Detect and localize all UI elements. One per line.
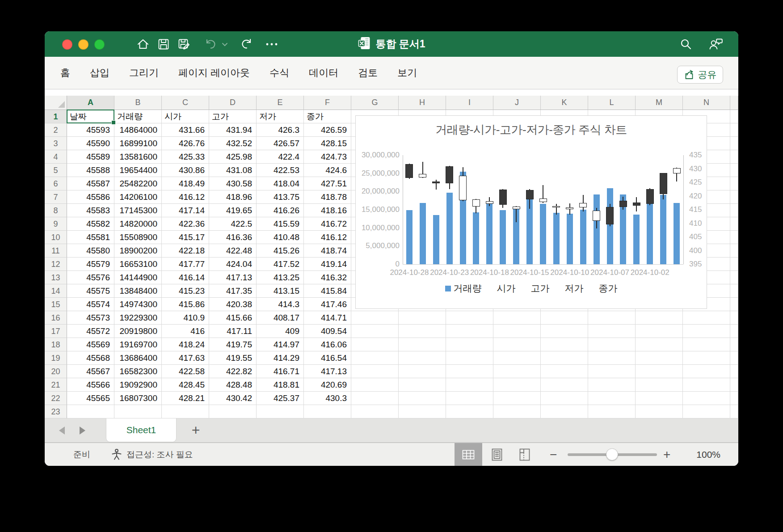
- cell-F13[interactable]: 416.32: [304, 271, 351, 284]
- candle-body[interactable]: [459, 176, 467, 200]
- row-header-16[interactable]: 16: [45, 311, 67, 325]
- cell-K20[interactable]: [541, 365, 588, 378]
- cell-C1[interactable]: 시가: [162, 110, 209, 123]
- cell-J21[interactable]: [493, 378, 541, 392]
- candle-body[interactable]: [432, 182, 440, 183]
- cell-G23[interactable]: [351, 405, 399, 418]
- legend-item-4[interactable]: 저가: [565, 282, 584, 295]
- candle-body[interactable]: [539, 198, 547, 202]
- cell-C3[interactable]: 426.76: [162, 137, 209, 150]
- cell-C2[interactable]: 431.66: [162, 123, 209, 137]
- candle-wick[interactable]: [556, 204, 557, 215]
- cell-F9[interactable]: 416.72: [304, 217, 351, 231]
- row-header-8[interactable]: 8: [45, 204, 67, 217]
- row-header-23[interactable]: 23: [45, 405, 67, 418]
- save-as-icon[interactable]: [177, 38, 191, 51]
- cell-C12[interactable]: 417.77: [162, 258, 209, 271]
- ribbon-tab-7[interactable]: 검토: [358, 66, 378, 80]
- cell-A10[interactable]: 45581: [67, 231, 114, 244]
- cell-B21[interactable]: 19092900: [114, 378, 162, 392]
- cell-C23[interactable]: [162, 405, 209, 418]
- cell-K16[interactable]: [541, 311, 588, 325]
- cell-H22[interactable]: [399, 392, 446, 405]
- cell-N18[interactable]: [683, 338, 730, 351]
- accessibility-status[interactable]: 접근성: 조사 필요: [111, 443, 193, 466]
- volume-bar[interactable]: [553, 213, 560, 264]
- cell-B11[interactable]: 18900200: [114, 244, 162, 258]
- cell-A2[interactable]: 45593: [67, 123, 114, 137]
- cell-F3[interactable]: 428.15: [304, 137, 351, 150]
- cell-D19[interactable]: 419.55: [209, 351, 257, 365]
- row-header-22[interactable]: 22: [45, 392, 67, 405]
- legend-item-3[interactable]: 고가: [531, 282, 550, 295]
- save-icon[interactable]: [157, 38, 170, 51]
- row-header-14[interactable]: 14: [45, 284, 67, 298]
- cell-D7[interactable]: 418.96: [209, 190, 257, 204]
- cell-D5[interactable]: 431.08: [209, 164, 257, 177]
- select-all-corner[interactable]: [45, 96, 67, 110]
- row-header-5[interactable]: 5: [45, 164, 67, 177]
- cell-B8[interactable]: 17145300: [114, 204, 162, 217]
- cell-E20[interactable]: 416.71: [257, 365, 304, 378]
- cell-A9[interactable]: 45582: [67, 217, 114, 231]
- search-icon[interactable]: [679, 38, 693, 51]
- page-break-preview-button[interactable]: [512, 443, 537, 466]
- cell-F16[interactable]: 414.71: [304, 311, 351, 325]
- minimize-window-button[interactable]: [78, 39, 88, 50]
- sheet-tab-active[interactable]: Sheet1: [106, 418, 177, 442]
- cell-A22[interactable]: 45565: [67, 392, 114, 405]
- zoom-slider-thumb[interactable]: [606, 448, 618, 460]
- cell-A13[interactable]: 45576: [67, 271, 114, 284]
- volume-bar[interactable]: [446, 193, 453, 264]
- cell-D18[interactable]: 419.75: [209, 338, 257, 351]
- volume-bar[interactable]: [420, 203, 426, 264]
- ribbon-tab-8[interactable]: 보기: [397, 66, 417, 80]
- cell-L19[interactable]: [588, 351, 636, 365]
- row-header-13[interactable]: 13: [45, 271, 67, 284]
- cell-C13[interactable]: 416.14: [162, 271, 209, 284]
- candle-body[interactable]: [552, 206, 560, 207]
- cell-H23[interactable]: [399, 405, 446, 418]
- cell-N19[interactable]: [683, 351, 730, 365]
- cell-N20[interactable]: [683, 365, 730, 378]
- cell-K17[interactable]: [541, 325, 588, 338]
- volume-bar[interactable]: [647, 204, 653, 264]
- column-header-F[interactable]: F: [304, 96, 351, 110]
- candle-body[interactable]: [673, 168, 681, 174]
- cell-A18[interactable]: 45569: [67, 338, 114, 351]
- ribbon-tab-3[interactable]: 그리기: [129, 66, 159, 80]
- cell-D12[interactable]: 424.04: [209, 258, 257, 271]
- cell-D14[interactable]: 417.35: [209, 284, 257, 298]
- cell-D10[interactable]: 416.36: [209, 231, 257, 244]
- zoom-in-button[interactable]: +: [663, 443, 670, 466]
- candle-body[interactable]: [446, 166, 453, 183]
- undo-dropdown-chevron-icon[interactable]: [221, 41, 235, 55]
- cell-C21[interactable]: 428.45: [162, 378, 209, 392]
- cell-A23[interactable]: [67, 405, 114, 418]
- cell-G16[interactable]: [351, 311, 399, 325]
- redo-icon[interactable]: [240, 38, 253, 51]
- cell-C16[interactable]: 410.9: [162, 311, 209, 325]
- cell-N16[interactable]: [683, 311, 730, 325]
- cell-B19[interactable]: 13686400: [114, 351, 162, 365]
- cell-M21[interactable]: [636, 378, 683, 392]
- cell-N22[interactable]: [683, 392, 730, 405]
- volume-bar[interactable]: [580, 210, 586, 264]
- cell-L20[interactable]: [588, 365, 636, 378]
- cell-E14[interactable]: 413.15: [257, 284, 304, 298]
- ribbon-tab-6[interactable]: 데이터: [309, 66, 338, 80]
- cell-B7[interactable]: 14206100: [114, 190, 162, 204]
- cell-E4[interactable]: 422.4: [257, 150, 304, 164]
- volume-bar[interactable]: [473, 212, 479, 264]
- volume-bar[interactable]: [433, 215, 439, 264]
- cell-D22[interactable]: 430.42: [209, 392, 257, 405]
- cell-B22[interactable]: 16807300: [114, 392, 162, 405]
- row-header-9[interactable]: 9: [45, 217, 67, 231]
- cell-B20[interactable]: 16582300: [114, 365, 162, 378]
- cell-E11[interactable]: 415.26: [257, 244, 304, 258]
- cell-G22[interactable]: [351, 392, 399, 405]
- cell-H20[interactable]: [399, 365, 446, 378]
- cell-D23[interactable]: [209, 405, 257, 418]
- column-header-B[interactable]: B: [114, 96, 162, 110]
- cell-F19[interactable]: 416.54: [304, 351, 351, 365]
